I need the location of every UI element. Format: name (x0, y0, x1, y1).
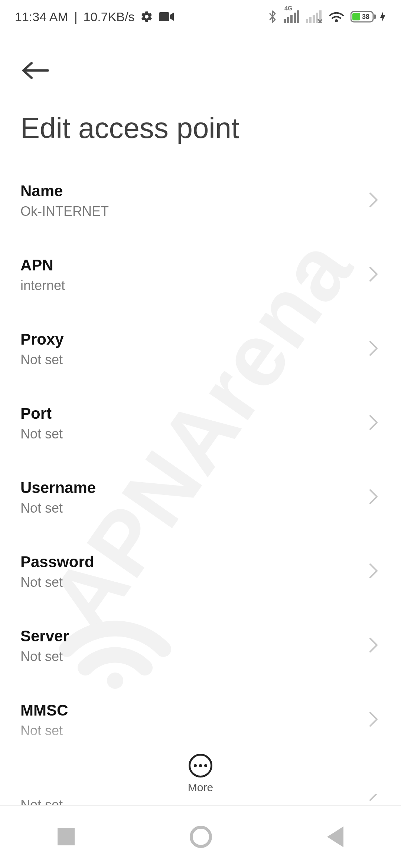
nav-home-button[interactable] (190, 826, 212, 848)
status-separator: | (74, 10, 78, 24)
svg-rect-4 (290, 15, 293, 23)
row-apn[interactable]: APN internet (20, 238, 381, 312)
row-value: Not set (20, 649, 69, 664)
row-value: Not set (20, 575, 94, 590)
row-port[interactable]: Port Not set (20, 386, 381, 460)
chevron-right-icon (369, 266, 378, 284)
chevron-right-icon (369, 414, 378, 432)
svg-rect-5 (294, 13, 296, 23)
row-value: Not set (20, 500, 96, 516)
status-bar: 11:34 AM | 10.7KB/s 4G (0, 0, 401, 33)
svg-point-14 (335, 19, 338, 22)
bluetooth-icon (267, 9, 278, 24)
nav-recent-button[interactable] (58, 828, 75, 845)
signal-sim2-icon (306, 10, 322, 23)
row-value: Not set (20, 426, 63, 442)
wifi-icon (328, 10, 345, 23)
signal-sim1-icon: 4G (284, 10, 300, 23)
svg-rect-6 (297, 10, 299, 23)
svg-rect-17 (352, 13, 360, 20)
back-button[interactable] (20, 56, 50, 85)
svg-rect-8 (309, 17, 312, 23)
row-label: Name (20, 182, 109, 200)
chevron-right-icon (369, 637, 378, 655)
videocam-icon (159, 11, 174, 22)
more-label: More (188, 781, 213, 794)
row-value: internet (20, 278, 65, 293)
row-value: Not set (20, 723, 68, 739)
chevron-right-icon (369, 563, 378, 581)
chevron-right-icon (369, 192, 378, 210)
apn-settings-list: Name Ok-INTERNET APN internet Proxy Not … (0, 164, 401, 831)
svg-rect-9 (313, 15, 315, 23)
network-type-badge: 4G (284, 5, 292, 12)
status-net-speed: 10.7KB/s (84, 10, 135, 24)
circle-icon (190, 826, 212, 848)
dot-icon (204, 764, 207, 767)
row-password[interactable]: Password Not set (20, 535, 381, 609)
row-label: Server (20, 627, 69, 645)
gear-icon (140, 10, 153, 23)
row-label: Proxy (20, 331, 64, 348)
row-proxy[interactable]: Proxy Not set (20, 312, 381, 386)
dot-icon (199, 764, 202, 767)
row-username[interactable]: Username Not set (20, 460, 381, 535)
battery-pct: 38 (362, 13, 369, 20)
row-mmsc[interactable]: MMSC Not set (20, 683, 381, 757)
row-label: Username (20, 479, 96, 497)
row-value: Not set (20, 352, 64, 368)
svg-rect-16 (374, 14, 376, 19)
row-label: Password (20, 553, 94, 571)
dot-icon (194, 764, 197, 767)
row-value: Ok-INTERNET (20, 204, 109, 219)
row-server[interactable]: Server Not set (20, 609, 381, 683)
nav-back-button[interactable] (327, 826, 343, 847)
triangle-left-icon (327, 826, 343, 847)
chevron-right-icon (369, 489, 378, 506)
svg-rect-1 (159, 12, 169, 21)
row-label: APN (20, 256, 65, 274)
row-name[interactable]: Name Ok-INTERNET (20, 164, 381, 238)
more-button[interactable] (189, 754, 212, 777)
svg-rect-10 (316, 13, 318, 23)
chevron-right-icon (369, 711, 378, 729)
system-nav-bar (0, 805, 401, 868)
row-label: Port (20, 405, 63, 423)
svg-rect-2 (284, 19, 286, 23)
charging-bolt-icon (379, 10, 386, 23)
status-time: 11:34 AM (15, 10, 68, 24)
chevron-right-icon (369, 340, 378, 358)
square-icon (58, 828, 75, 845)
row-label: MMSC (20, 701, 68, 719)
page-title: Edit access point (20, 85, 381, 164)
svg-rect-7 (306, 19, 308, 23)
svg-rect-3 (287, 17, 289, 23)
arrow-left-icon (20, 61, 49, 80)
battery-icon: 38 (351, 10, 386, 23)
